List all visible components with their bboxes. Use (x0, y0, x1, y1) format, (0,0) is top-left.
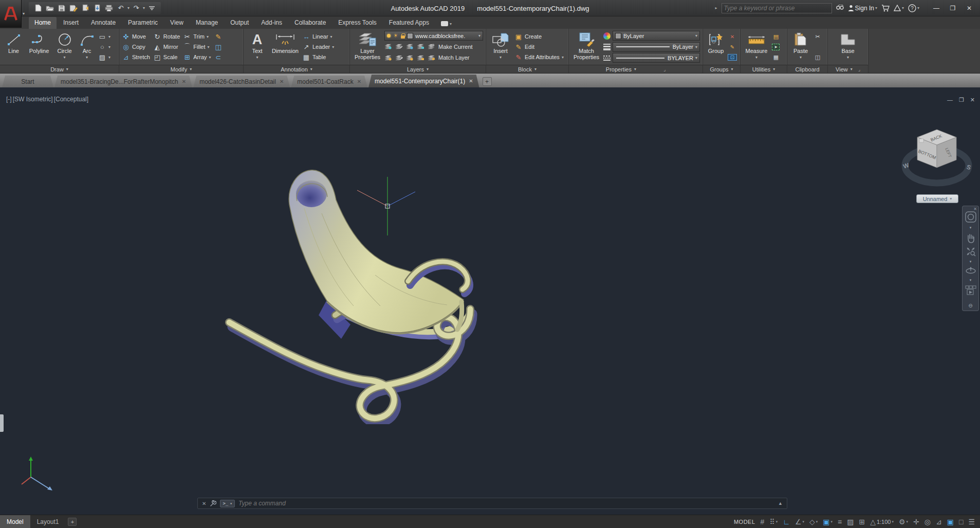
zoom-extents-icon[interactable] (966, 246, 976, 257)
model-tab[interactable]: Model (0, 515, 30, 528)
transparency-toggle[interactable]: ▨ (847, 518, 854, 526)
panel-label-annotation[interactable]: Annotation▾ (244, 65, 349, 73)
web-mobile-open-button[interactable] (92, 3, 102, 13)
text-button[interactable]: A Text ▾ (245, 30, 269, 64)
group-selection-toggle[interactable]: ⊡ (728, 52, 736, 62)
panel-label-view[interactable]: View▾⌟ (828, 65, 868, 73)
pan-icon[interactable] (966, 233, 976, 243)
selection-cycling-toggle[interactable]: ⊞ (859, 518, 865, 526)
tab-parametric[interactable]: Parametric (122, 17, 163, 29)
lineweight-toggle[interactable]: ≡ (838, 518, 842, 526)
array-button[interactable]: ⊞Array▾ (183, 52, 211, 62)
navbar-close-icon[interactable]: ✕ (973, 207, 977, 211)
sign-in-button[interactable]: Sign In ▾ (848, 5, 877, 12)
command-prompt-button[interactable]: >_ ▾ (220, 500, 235, 507)
match-layer-icon[interactable] (428, 55, 435, 61)
rotate-button[interactable]: ↻Rotate (153, 31, 180, 42)
select-similar-button[interactable]: ➤ (772, 42, 780, 52)
annotation-scale-button[interactable]: △1:100▾ (870, 518, 894, 526)
linear-button[interactable]: ↔Linear▾ (302, 31, 334, 42)
ortho-toggle[interactable]: ∟ (783, 518, 790, 526)
panel-label-modify[interactable]: Modify▾ (119, 65, 243, 73)
viewport-close-icon[interactable]: ✕ (970, 97, 975, 103)
file-tab-model551-active[interactable]: model551-ContemporaryChair(1)✕ (368, 75, 479, 87)
minimize-button[interactable]: — (929, 3, 944, 14)
copy-clip-button[interactable]: ◫ (813, 52, 822, 62)
quick-calculator-button[interactable]: ▦ (772, 52, 780, 62)
graphics-performance-toggle[interactable]: ▣ (947, 518, 954, 526)
layer-unisolate-icon[interactable] (395, 44, 403, 49)
navbar-zoom-caret-icon[interactable]: ▾ (970, 260, 972, 264)
circle-button[interactable]: Circle ▾ (52, 30, 77, 64)
navigation-wheel-icon[interactable] (965, 211, 976, 223)
view-cube-body[interactable]: BACK BOTTOM LEFT (917, 130, 956, 168)
hatch-button[interactable]: ▨▾ (98, 52, 110, 62)
quick-select-button[interactable]: ▤ (772, 31, 780, 42)
layer-match-icon[interactable] (395, 55, 403, 61)
ungroup-button[interactable]: ✕ (728, 31, 736, 42)
tab-insert[interactable]: Insert (58, 17, 84, 29)
panel-label-draw[interactable]: Draw▾ (0, 65, 119, 73)
search-input[interactable] (724, 5, 829, 12)
offset-button[interactable]: ⊂ (214, 52, 223, 62)
match-properties-button[interactable]: Match Properties (570, 30, 602, 64)
navbar-wheel-caret-icon[interactable]: ▾ (970, 226, 972, 230)
redo-button[interactable]: ↷ (131, 3, 141, 13)
paste-button[interactable]: Paste ▾ (789, 30, 812, 64)
open-file-button[interactable] (45, 3, 55, 13)
layer-dropdown[interactable]: ☀ www.cadblocksfree. ▾ (384, 31, 483, 41)
layer-isolate-icon[interactable] (384, 44, 392, 49)
command-input[interactable] (238, 500, 774, 507)
view-cube[interactable]: W S BACK BOTTOM LEFT (896, 121, 978, 193)
dimension-button[interactable]: Dimension (269, 30, 301, 64)
lineweight-dropdown[interactable]: ByLayer ▾ (613, 42, 700, 52)
scale-button[interactable]: ◰Scale (153, 52, 180, 62)
ellipse-button[interactable]: ○▾ (98, 42, 110, 52)
layer-properties-button[interactable]: Layer Properties (352, 30, 383, 64)
erase-button[interactable]: ✎ (214, 31, 223, 42)
autoscale-toggle[interactable]: ⊿ (936, 518, 942, 526)
named-view-button[interactable]: Unnamed ▾ (916, 194, 958, 203)
viewport-view-menu[interactable]: [SW Isometric] (13, 96, 53, 103)
logo-caret-icon[interactable]: ▾ (23, 11, 25, 16)
measure-button[interactable]: Measure ▾ (742, 30, 771, 64)
ribbon-display-toggle[interactable]: ▾ (441, 21, 452, 29)
panel-label-properties[interactable]: Properties▾⌟ (569, 65, 702, 73)
file-tab-model426[interactable]: model426-CatchBasinDetail✕ (193, 76, 290, 87)
arc-button[interactable]: Arc ▾ (77, 30, 97, 64)
qat-customize-button[interactable] (146, 3, 157, 13)
panel-label-groups[interactable]: Groups▾ (703, 65, 740, 73)
close-tab-icon[interactable]: ✕ (469, 78, 473, 84)
panel-label-block[interactable]: Block▾ (486, 65, 568, 73)
tab-home[interactable]: Home (29, 17, 57, 29)
panel-label-layers[interactable]: Layers▾ (350, 65, 486, 73)
navigation-bar[interactable]: ✕ ▾ ▾ ▾ ⊖ (962, 206, 979, 311)
model-space-toggle[interactable]: MODEL (734, 519, 755, 525)
tab-annotate[interactable]: Annotate (85, 17, 121, 29)
command-line-dock[interactable]: ✕ >_ ▾ ▲ (197, 498, 787, 509)
navbar-collapse-icon[interactable]: ⊖ (968, 303, 972, 308)
ucs-icon[interactable] (15, 453, 57, 495)
clean-screen-button[interactable]: □ (959, 518, 963, 526)
close-tab-icon[interactable]: ✕ (280, 79, 284, 84)
view-dialog-launcher[interactable]: ⌟ (858, 67, 860, 72)
edit-attributes-button[interactable]: ✎Edit Attributes▾ (514, 52, 564, 62)
layer-on-off-icon[interactable] (384, 55, 392, 61)
mirror-button[interactable]: ◭Mirror (153, 42, 180, 52)
web-mobile-save-button[interactable] (80, 3, 90, 13)
tab-output[interactable]: Output (225, 17, 254, 29)
make-current-label[interactable]: Make Current (438, 44, 473, 50)
annotation-monitor-toggle[interactable]: ✛ (913, 518, 919, 526)
leader-button[interactable]: ↗Leader▾ (302, 42, 334, 52)
undo-button[interactable]: ↶ (116, 3, 126, 13)
viewport-restore-icon[interactable]: ❐ (959, 97, 964, 103)
layer-freeze-button-icon[interactable] (406, 44, 414, 49)
customize-status-button[interactable]: ☰ (968, 518, 975, 526)
layer-lock-button-icon[interactable] (417, 44, 424, 49)
stretch-button[interactable]: ⊿Stretch (122, 52, 150, 62)
object-snap-toggle[interactable]: ▣▾ (823, 518, 833, 526)
undo-caret-icon[interactable]: ▾ (127, 6, 130, 10)
edit-block-button[interactable]: ✎Edit (514, 42, 564, 52)
orbit-icon[interactable] (965, 267, 976, 275)
viewport-visual-style-menu[interactable]: [Conceptual] (54, 96, 88, 103)
